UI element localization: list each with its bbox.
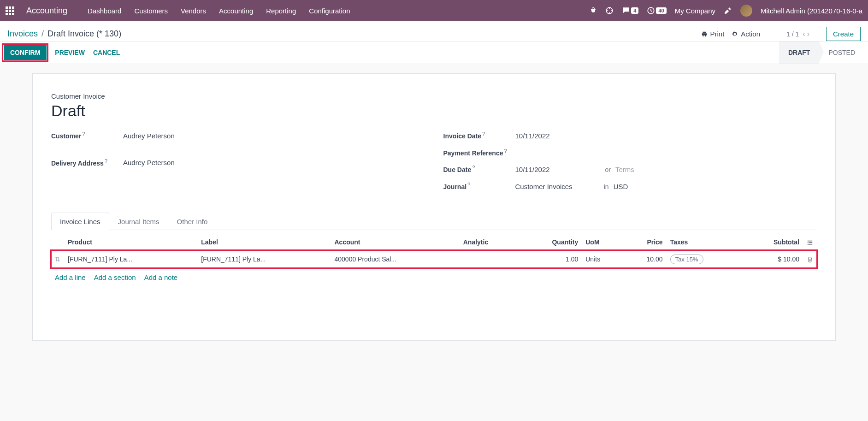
print-label: Print bbox=[710, 30, 725, 38]
payment-ref-label: Payment Reference? bbox=[443, 148, 515, 157]
cell-account[interactable]: 400000 Product Sal... bbox=[331, 250, 460, 267]
activity-badge: 40 bbox=[656, 7, 666, 14]
messages-icon[interactable]: 4 bbox=[622, 6, 638, 15]
svg-point-2 bbox=[808, 242, 809, 243]
cell-price[interactable]: 10.00 bbox=[623, 250, 667, 267]
apps-icon[interactable] bbox=[6, 6, 14, 15]
add-line-link[interactable]: Add a line bbox=[55, 273, 86, 281]
add-note-link[interactable]: Add a note bbox=[144, 273, 178, 281]
messages-badge: 4 bbox=[631, 7, 638, 14]
customer-label: Customer? bbox=[51, 131, 123, 140]
page-title: Draft bbox=[51, 102, 817, 120]
columns-settings-icon[interactable] bbox=[807, 238, 813, 246]
control-bar: Invoices / Draft Invoice (* 130) Print A… bbox=[0, 21, 868, 42]
print-icon bbox=[701, 31, 708, 37]
gear-icon bbox=[732, 31, 738, 37]
cell-quantity[interactable]: 1.00 bbox=[520, 250, 582, 267]
breadcrumb-sep: / bbox=[41, 29, 44, 39]
tab-journal-items[interactable]: Journal Items bbox=[109, 213, 168, 230]
add-section-link[interactable]: Add a section bbox=[94, 273, 136, 281]
cell-label[interactable]: [FURN_7111] Ply La... bbox=[197, 250, 331, 267]
cell-uom[interactable]: Units bbox=[582, 250, 623, 267]
pager-count: 1 / 1 bbox=[786, 30, 799, 38]
th-product: Product bbox=[64, 234, 197, 251]
status-draft[interactable]: DRAFT bbox=[779, 42, 819, 64]
tax-tag: Tax 15% bbox=[670, 255, 703, 264]
tabs: Invoice Lines Journal Items Other Info bbox=[51, 213, 817, 230]
company-name[interactable]: My Company bbox=[675, 7, 715, 15]
cell-subtotal: $ 10.00 bbox=[741, 250, 803, 267]
breadcrumb-root[interactable]: Invoices bbox=[7, 29, 38, 39]
th-taxes: Taxes bbox=[667, 234, 742, 251]
terms-placeholder[interactable]: Terms bbox=[615, 166, 634, 173]
action-button[interactable]: Action bbox=[732, 30, 760, 38]
action-label: Action bbox=[741, 30, 760, 38]
add-links: Add a line Add a section Add a note bbox=[51, 268, 817, 287]
status-bar: DRAFT POSTED bbox=[779, 42, 864, 64]
doc-type-label: Customer Invoice bbox=[51, 92, 817, 100]
th-subtotal: Subtotal bbox=[741, 234, 803, 251]
th-price: Price bbox=[623, 234, 667, 251]
form-sheet: Customer Invoice Draft Customer? Audrey … bbox=[32, 73, 836, 341]
nav-accounting[interactable]: Accounting bbox=[219, 7, 253, 15]
invoice-date-value[interactable]: 10/11/2022 bbox=[515, 132, 550, 140]
journal-label: Journal? bbox=[443, 182, 515, 190]
invoice-lines-table: Product Label Account Analytic Quantity … bbox=[51, 234, 817, 268]
customer-value[interactable]: Audrey Peterson bbox=[123, 132, 175, 140]
tab-invoice-lines[interactable]: Invoice Lines bbox=[51, 213, 109, 230]
delivery-label: Delivery Address? bbox=[51, 158, 123, 167]
breadcrumb: Invoices / Draft Invoice (* 130) bbox=[7, 29, 121, 39]
delivery-value[interactable]: Audrey Peterson bbox=[123, 159, 175, 166]
th-account: Account bbox=[331, 234, 460, 251]
avatar[interactable] bbox=[740, 5, 752, 17]
status-posted[interactable]: POSTED bbox=[819, 42, 864, 64]
th-label: Label bbox=[197, 234, 331, 251]
currency-value[interactable]: USD bbox=[614, 183, 628, 190]
pager: 1 / 1 ‹ › bbox=[777, 30, 809, 38]
create-button[interactable]: Create bbox=[826, 27, 861, 41]
cell-taxes[interactable]: Tax 15% bbox=[667, 250, 742, 267]
nav-reporting[interactable]: Reporting bbox=[266, 7, 296, 15]
cell-analytic[interactable] bbox=[460, 250, 520, 267]
confirm-button[interactable]: CONFIRM bbox=[4, 45, 47, 60]
print-button[interactable]: Print bbox=[701, 30, 725, 38]
preview-button[interactable]: PREVIEW bbox=[55, 49, 85, 56]
table-row[interactable]: ⇅ [FURN_7111] Ply La... [FURN_7111] Ply … bbox=[51, 250, 817, 267]
tab-other-info[interactable]: Other Info bbox=[168, 213, 217, 230]
drag-handle-icon[interactable]: ⇅ bbox=[55, 255, 60, 263]
user-name[interactable]: Mitchell Admin (20142070-16-0-a bbox=[761, 7, 862, 15]
trash-icon[interactable] bbox=[807, 255, 813, 263]
th-analytic: Analytic bbox=[460, 234, 520, 251]
nav-vendors[interactable]: Vendors bbox=[181, 7, 206, 15]
support-icon[interactable] bbox=[605, 6, 614, 15]
activity-icon[interactable]: 40 bbox=[647, 6, 666, 15]
nav-menu: Dashboard Customers Vendors Accounting R… bbox=[88, 7, 350, 15]
cancel-button[interactable]: CANCEL bbox=[93, 49, 120, 56]
due-date-value[interactable]: 10/11/2022 bbox=[515, 166, 550, 173]
or-text: or bbox=[605, 166, 611, 173]
nav-dashboard[interactable]: Dashboard bbox=[88, 7, 121, 15]
th-uom: UoM bbox=[582, 234, 623, 251]
tools-icon[interactable] bbox=[724, 6, 732, 15]
invoice-date-label: Invoice Date? bbox=[443, 131, 515, 140]
breadcrumb-current: Draft Invoice (* 130) bbox=[47, 29, 121, 39]
app-name[interactable]: Accounting bbox=[26, 6, 67, 16]
th-quantity: Quantity bbox=[520, 234, 582, 251]
pager-prev-icon[interactable]: ‹ bbox=[803, 30, 805, 38]
action-bar: CONFIRM PREVIEW CANCEL DRAFT POSTED bbox=[0, 42, 868, 64]
bug-icon[interactable] bbox=[590, 7, 597, 14]
cell-product[interactable]: [FURN_7111] Ply La... bbox=[64, 250, 197, 267]
nav-configuration[interactable]: Configuration bbox=[309, 7, 350, 15]
in-text: in bbox=[604, 183, 609, 190]
due-date-label: Due Date? bbox=[443, 165, 515, 173]
journal-value[interactable]: Customer Invoices bbox=[515, 183, 573, 190]
top-navbar: Accounting Dashboard Customers Vendors A… bbox=[0, 0, 868, 21]
pager-next-icon[interactable]: › bbox=[807, 30, 809, 38]
nav-customers[interactable]: Customers bbox=[134, 7, 168, 15]
